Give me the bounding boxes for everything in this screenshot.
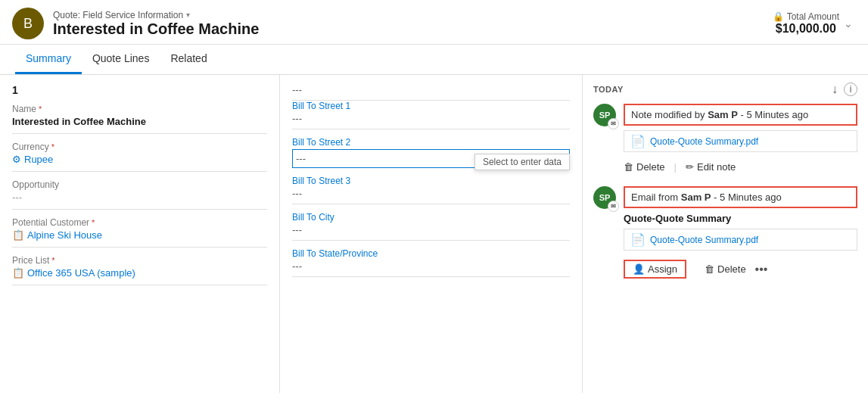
tooltip-hint: Select to enter data — [474, 154, 570, 170]
bill-street1-label: Bill To Street 1 — [292, 101, 570, 111]
note-attachment[interactable]: 📄 Quote-Quote Summary.pdf — [624, 130, 857, 152]
bill-street3-group: Bill To Street 3 --- — [292, 176, 570, 204]
page-title: Interested in Coffee Machine — [53, 20, 259, 38]
header-chevron-down-icon[interactable]: ⌄ — [844, 17, 853, 30]
bill-street3-label: Bill To Street 3 — [292, 176, 570, 186]
opportunity-label: Opportunity — [12, 179, 267, 190]
tab-related[interactable]: Related — [160, 45, 217, 74]
email-activity-item: SP Email from Sam P - 5 Minutes ago Quot… — [593, 186, 857, 282]
note-delete-label: Delete — [636, 161, 665, 173]
currency-value[interactable]: ⚙ Rupee — [12, 154, 267, 172]
lock-icon: 🔒 — [773, 11, 784, 22]
name-field-group: Name * Interested in Coffee Machine — [12, 104, 267, 134]
note-actions-row: 🗑 Delete | ✏ Edit note — [624, 158, 857, 176]
note-time: - 5 Minutes ago — [738, 109, 808, 120]
bill-street1-value[interactable]: --- — [292, 113, 570, 129]
assign-label: Assign — [648, 263, 677, 275]
price-list-value[interactable]: 📋 Office 365 USA (sample) — [12, 267, 267, 285]
email-actions-row: 👤 Assign 🗑 Delete ••• — [624, 257, 857, 282]
bill-street2-group: Bill To Street 2 --- Select to enter dat… — [292, 137, 570, 168]
mid-panel: --- Bill To Street 1 --- Bill To Street … — [280, 75, 583, 393]
price-list-field-group: Price List * 📋 Office 365 USA (sample) — [12, 255, 267, 285]
email-author: Sam P — [681, 192, 711, 203]
timeline-header-icons: ↓ i — [832, 83, 857, 96]
assign-icon: 👤 — [633, 263, 645, 275]
breadcrumb-text: Quote: Field Service Information — [53, 10, 183, 20]
email-delete-label: Delete — [717, 263, 746, 275]
edit-note-icon: ✏ — [686, 161, 694, 173]
info-icon[interactable]: i — [844, 83, 857, 96]
header-title-block: Quote: Field Service Information ▾ Inter… — [53, 10, 259, 38]
record-avatar: B — [12, 8, 44, 39]
email-delete-button[interactable]: 🗑 Delete — [705, 263, 746, 275]
potential-customer-value[interactable]: 📋 Alpine Ski House — [12, 229, 267, 248]
note-delete-button[interactable]: 🗑 Delete — [624, 161, 665, 173]
tab-summary[interactable]: Summary — [15, 45, 82, 74]
action-divider: | — [674, 161, 677, 173]
note-header-highlighted: Note modified by Sam P - 5 Minutes ago — [624, 104, 857, 126]
edit-note-button[interactable]: ✏ Edit note — [686, 161, 736, 173]
bill-street1-group: Bill To Street 1 --- — [292, 101, 570, 129]
breadcrumb[interactable]: Quote: Field Service Information ▾ — [53, 10, 259, 20]
bill-state-group: Bill To State/Province --- — [292, 248, 570, 277]
email-attachment-name: Quote-Quote Summary.pdf — [650, 235, 758, 245]
bill-state-value[interactable]: --- — [292, 260, 570, 277]
note-author: Sam P — [708, 109, 738, 120]
price-list-icon: 📋 — [12, 267, 24, 279]
more-options-icon[interactable]: ••• — [755, 263, 768, 276]
total-label: 🔒 Total Amount — [773, 11, 839, 22]
header-right: 🔒 Total Amount $10,000.00 ⌄ — [773, 11, 853, 36]
note-delete-icon: 🗑 — [624, 161, 633, 173]
note-avatar: SP — [593, 104, 616, 126]
opportunity-field-group: Opportunity --- — [12, 179, 267, 210]
note-activity-card: Note modified by Sam P - 5 Minutes ago 📄… — [624, 104, 857, 176]
email-pdf-icon: 📄 — [630, 232, 646, 247]
right-panel: TODAY ↓ i SP Note modified by Sam P - 5 … — [583, 75, 868, 393]
bill-state-label: Bill To State/Province — [292, 248, 570, 259]
bill-street3-value[interactable]: --- — [292, 188, 570, 204]
name-value: Interested in Coffee Machine — [12, 116, 267, 134]
bill-city-label: Bill To City — [292, 212, 570, 223]
potential-customer-field-group: Potential Customer * 📋 Alpine Ski House — [12, 217, 267, 248]
sort-down-icon[interactable]: ↓ — [832, 83, 838, 96]
email-subject: Quote-Quote Summary — [624, 213, 857, 224]
pdf-icon: 📄 — [630, 134, 646, 148]
price-list-text: Office 365 USA (sample) — [27, 267, 135, 279]
currency-label: Currency * — [12, 142, 267, 152]
email-header-highlighted: Email from Sam P - 5 Minutes ago — [624, 186, 857, 208]
note-attachment-name: Quote-Quote Summary.pdf — [650, 136, 758, 147]
email-attachment[interactable]: 📄 Quote-Quote Summary.pdf — [624, 229, 857, 251]
breadcrumb-chevron-icon[interactable]: ▾ — [186, 11, 190, 19]
main-content: 1 Name * Interested in Coffee Machine Cu… — [0, 75, 868, 393]
currency-text: Rupee — [24, 154, 53, 165]
email-text: Email from Sam P - 5 Minutes ago — [631, 192, 782, 203]
tab-quote-lines[interactable]: Quote Lines — [82, 45, 160, 74]
email-avatar: SP — [593, 186, 616, 209]
potential-customer-text: Alpine Ski House — [27, 229, 102, 241]
opportunity-value[interactable]: --- — [12, 192, 267, 210]
currency-field-group: Currency * ⚙ Rupee — [12, 142, 267, 172]
currency-icon: ⚙ — [12, 154, 21, 165]
name-label: Name * — [12, 104, 267, 114]
bill-city-group: Bill To City --- — [292, 212, 570, 241]
potential-customer-icon: 📋 — [12, 229, 24, 241]
total-label-text: Total Amount — [787, 11, 839, 22]
timeline-header: TODAY ↓ i — [593, 83, 857, 96]
note-activity-item: SP Note modified by Sam P - 5 Minutes ag… — [593, 104, 857, 176]
total-value: $10,000.00 — [773, 22, 839, 36]
email-activity-card: Email from Sam P - 5 Minutes ago Quote-Q… — [624, 186, 857, 282]
nav-tabs: Summary Quote Lines Related — [0, 45, 868, 75]
section-number: 1 — [12, 84, 267, 96]
email-time: - 5 Minutes ago — [711, 192, 781, 203]
app-header: B Quote: Field Service Information ▾ Int… — [0, 0, 868, 45]
edit-note-label: Edit note — [697, 161, 736, 173]
left-panel: 1 Name * Interested in Coffee Machine Cu… — [0, 75, 280, 393]
email-delete-icon: 🗑 — [705, 263, 714, 275]
bill-city-value[interactable]: --- — [292, 224, 570, 241]
assign-button[interactable]: 👤 Assign — [624, 260, 686, 279]
top-dash: --- — [292, 84, 570, 101]
potential-customer-label: Potential Customer * — [12, 217, 267, 228]
header-left: B Quote: Field Service Information ▾ Int… — [12, 8, 259, 39]
bill-street2-label: Bill To Street 2 — [292, 137, 570, 148]
note-text: Note modified by Sam P - 5 Minutes ago — [631, 109, 808, 120]
